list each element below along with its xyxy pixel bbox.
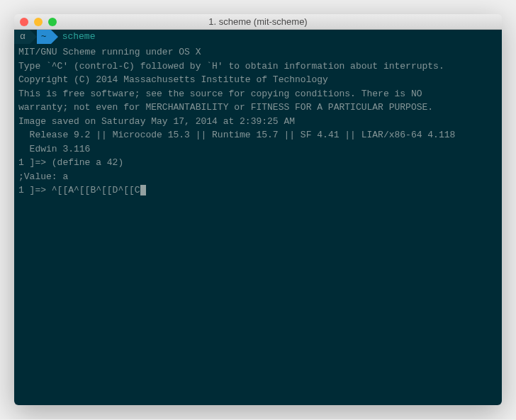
output-line: Edwin 3.116: [18, 142, 498, 157]
output-line: Image saved on Saturday May 17, 2014 at …: [18, 115, 498, 129]
repl-current-line: 1 ]=> ^[[A^[[B^[[D^[[C: [18, 183, 498, 198]
repl-input-line: 1 ]=> (define a 42): [18, 156, 498, 170]
traffic-lights: [20, 18, 57, 26]
minimize-button[interactable]: [34, 18, 43, 26]
output-line: warranty; not even for MERCHANTABILITY o…: [18, 101, 498, 115]
terminal-output: MIT/GNU Scheme running under OS XType `^…: [14, 44, 502, 199]
output-line: Release 9.2 || Microcode 15.3 || Runtime…: [18, 128, 498, 142]
terminal-window: 1. scheme (mit-scheme) α~scheme MIT/GNU …: [14, 14, 502, 405]
output-line: Type `^C' (control-C) followed by `H' to…: [18, 59, 498, 74]
titlebar[interactable]: 1. scheme (mit-scheme): [14, 14, 502, 30]
close-button[interactable]: [20, 18, 28, 26]
output-line: This is free software; see the source fo…: [18, 87, 498, 101]
maximize-button[interactable]: [48, 18, 57, 26]
repl-current-text: 1 ]=> ^[[A^[[B^[[D^[[C: [18, 185, 140, 195]
prompt-bar: α~scheme: [14, 30, 502, 44]
window-title: 1. scheme (mit-scheme): [20, 16, 496, 27]
repl-value-line: ;Value: a: [18, 170, 498, 184]
cursor: [140, 185, 146, 195]
terminal-area[interactable]: α~scheme MIT/GNU Scheme running under OS…: [14, 30, 502, 405]
output-line: MIT/GNU Scheme running under OS X: [18, 45, 498, 59]
output-line: Copyright (C) 2014 Massachusetts Institu…: [18, 73, 498, 87]
prompt-command: scheme: [58, 30, 96, 44]
chevron-right-icon: [30, 30, 37, 44]
prompt-segment-alpha: α: [14, 30, 30, 44]
prompt-segment-path: ~: [37, 30, 51, 44]
chevron-right-icon: [51, 30, 58, 44]
